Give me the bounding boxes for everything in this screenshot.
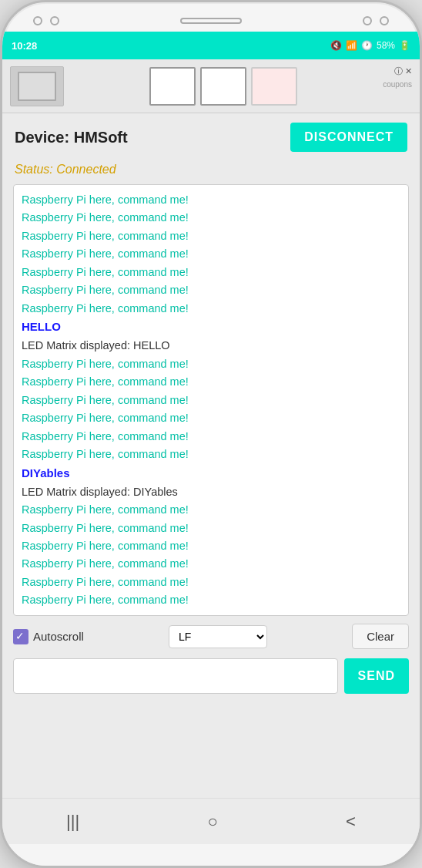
device-name: Device: HMSoft [15,129,128,146]
serial-line: Raspberry Pi here, command me! [22,520,400,537]
phone-top-bar [2,2,420,32]
serial-line: Raspberry Pi here, command me! [22,409,400,426]
device-header: Device: HMSoft DISCONNECT [2,113,420,161]
phone-bottom-bar [2,844,420,866]
serial-line: Raspberry Pi here, command me! [22,591,400,608]
send-button[interactable]: SEND [344,658,409,694]
phone-dots-left [33,16,59,25]
serial-line: Raspberry Pi here, command me! [22,264,400,281]
status-connected: Status: Connected [15,163,116,176]
battery-text: 58% [377,40,395,51]
serial-line: Raspberry Pi here, command me! [22,428,400,445]
close-icon: ✕ [405,66,412,76]
ad-card-2 [200,67,246,106]
status-line: Status: Connected [2,161,420,184]
serial-line: Raspberry Pi here, command me! [22,574,400,590]
phone-dots-right [363,16,389,25]
serial-line: Raspberry Pi here, command me! [22,245,400,262]
nav-menu-icon[interactable]: < [346,812,356,832]
clock-icon: 🕐 [361,40,373,51]
serial-line: LED Matrix displayed: DIYables [22,483,400,500]
ad-banner: ⓘ ✕ coupons [2,59,420,113]
phone-speaker [180,18,242,24]
disconnect-button[interactable]: DISCONNECT [290,123,407,152]
nav-back-icon[interactable]: ||| [66,812,79,832]
ad-cards [149,67,297,106]
serial-line: Raspberry Pi here, command me! [22,355,400,372]
clear-button[interactable]: Clear [352,624,409,649]
ad-coupon-label: coupons [383,80,412,89]
ad-card-1 [149,67,196,106]
serial-line: HELLO [22,318,400,336]
main-content: Device: HMSoft DISCONNECT Status: Connec… [2,113,420,798]
serial-line: Raspberry Pi here, command me! [22,191,400,208]
status-time: 10:28 [12,40,37,52]
serial-line: Raspberry Pi here, command me! [22,501,400,518]
serial-line: Raspberry Pi here, command me! [22,555,400,572]
serial-line: DIYables [22,464,400,483]
autoscroll-area: Autoscroll [13,629,84,644]
serial-line: LED Matrix displayed: HELLO [22,337,400,354]
ad-image [10,66,64,106]
send-area: SEND [2,654,420,701]
send-input[interactable] [13,658,338,694]
status-bar: 10:28 🔇 📶 🕐 58% 🔋 [2,32,420,59]
serial-monitor[interactable]: Raspberry Pi here, command me!Raspberry … [13,184,409,616]
phone-dot-1 [33,16,42,25]
phone-dot-4 [380,16,389,25]
info-icon: ⓘ [394,66,403,77]
mute-icon: 🔇 [330,40,342,51]
serial-line: Raspberry Pi here, command me! [22,446,400,463]
serial-line: Raspberry Pi here, command me! [22,373,400,390]
ad-close-area: ⓘ ✕ coupons [383,64,412,108]
battery-icon: 🔋 [399,40,410,51]
ad-card-3 [251,67,297,106]
bottom-controls: Autoscroll LF CR CR+LF No line ending Cl… [2,616,420,654]
autoscroll-checkbox[interactable] [13,629,28,644]
phone-frame: 10:28 🔇 📶 🕐 58% 🔋 ⓘ ✕ coupons [0,0,422,868]
ad-close-button[interactable]: ⓘ ✕ [394,66,412,77]
nav-home-icon[interactable]: ○ [207,812,217,832]
autoscroll-label: Autoscroll [33,630,84,643]
serial-line: Raspberry Pi here, command me! [22,392,400,409]
serial-line: Raspberry Pi here, command me! [22,300,400,317]
phone-dot-3 [363,16,372,25]
lf-select[interactable]: LF CR CR+LF No line ending [169,625,267,648]
serial-line: Raspberry Pi here, command me! [22,209,400,226]
phone-dot-2 [50,16,59,25]
wifi-icon: 📶 [346,40,357,51]
serial-line: Raspberry Pi here, command me! [22,281,400,298]
serial-line: Raspberry Pi here, command me! [22,537,400,554]
bottom-nav: ||| ○ < [2,798,420,844]
status-icons: 🔇 📶 🕐 58% 🔋 [330,40,410,51]
serial-line: Raspberry Pi here, command me! [22,227,400,244]
